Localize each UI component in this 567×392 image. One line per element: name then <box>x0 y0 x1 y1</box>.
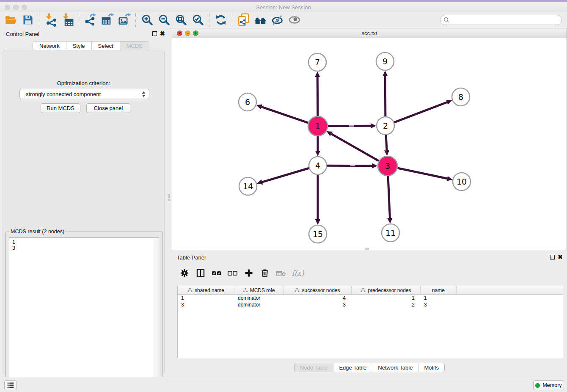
export-image-button[interactable] <box>116 13 133 27</box>
main-titlebar: Session: New Session <box>0 2 567 12</box>
mcds-tab-panel: Optimization criterion: strongly connect… <box>3 50 165 374</box>
graph-node-label-6: 6 <box>245 97 250 107</box>
column-header-MCDS-role[interactable]: MCDS role <box>234 286 284 294</box>
graph-edge-3-10[interactable] <box>397 168 447 179</box>
dropdown-value: strongly connected component <box>20 91 140 97</box>
main-toolbar <box>0 12 567 28</box>
graph-edge-3-1[interactable] <box>331 134 379 161</box>
zoom-out-icon <box>158 14 171 26</box>
table-row[interactable]: 3dominator323 <box>178 301 563 308</box>
add-column-button[interactable] <box>242 266 256 280</box>
tab-network[interactable]: Network <box>33 41 66 50</box>
import-network-icon <box>44 13 58 27</box>
checked-checkboxes-icon <box>211 268 222 278</box>
tab-select[interactable]: Select <box>91 41 120 50</box>
graph-node-label-7: 7 <box>315 58 320 67</box>
save-session-button[interactable] <box>19 13 36 27</box>
export-image-icon <box>118 13 131 27</box>
zoom-in-button[interactable] <box>139 13 156 27</box>
memory-button[interactable]: Memory <box>533 380 564 390</box>
zoom-out-button[interactable] <box>156 13 173 27</box>
canvas-splitter-handle[interactable] <box>365 248 369 250</box>
graph-edge-2-8[interactable] <box>394 102 447 122</box>
search-input[interactable] <box>440 15 562 25</box>
optimization-criterion-dropdown[interactable]: strongly connected component <box>19 89 149 99</box>
control-panel-header: Control Panel ✖ <box>0 28 167 40</box>
mcds-result-textarea[interactable]: 1 3 <box>9 237 159 390</box>
tab-motifs[interactable]: Motifs <box>418 363 444 372</box>
import-table-button[interactable] <box>59 13 76 27</box>
column-header-name[interactable]: name <box>421 286 457 294</box>
toolbar-separator <box>39 13 40 27</box>
refresh-arrows-icon <box>215 14 227 26</box>
table-options-button[interactable] <box>177 266 192 280</box>
graph-edge-1-6[interactable] <box>261 107 308 123</box>
graph-node-label-3: 3 <box>385 161 390 171</box>
graph-edge-arrowhead <box>371 123 376 128</box>
graph-edge-4-3[interactable] <box>327 166 372 166</box>
graph-node-label-14: 14 <box>243 182 253 191</box>
graph-edge-4-14[interactable] <box>262 168 309 182</box>
tab-edge-table[interactable]: Edge Table <box>333 363 372 372</box>
zoom-fit-button[interactable] <box>173 13 190 27</box>
toolbar-separator <box>79 13 80 27</box>
table-cell: 2 <box>352 301 421 308</box>
tab-style[interactable]: Style <box>66 41 91 50</box>
column-header-successor-nodes[interactable]: successor nodes <box>284 286 352 294</box>
float-panel-icon[interactable] <box>152 31 157 36</box>
tab-network-table[interactable]: Network Table <box>372 363 418 372</box>
hide-graphics-details-button[interactable] <box>269 13 286 27</box>
column-header-predecessor-nodes[interactable]: predecessor nodes <box>352 286 421 294</box>
float-table-panel-icon[interactable] <box>550 255 555 259</box>
two-houses-icon <box>253 14 268 26</box>
search-icon <box>443 17 449 23</box>
table-row[interactable]: 1dominator411 <box>178 295 563 301</box>
delete-columns-button[interactable] <box>258 266 272 280</box>
column-header-label: name <box>432 287 445 293</box>
graph-edge-1-7[interactable] <box>317 77 318 116</box>
graph-node-label-10: 10 <box>457 177 467 186</box>
graph-edge-2-3[interactable] <box>386 135 387 150</box>
save-floppy-icon <box>22 14 34 26</box>
network-overview-button[interactable] <box>252 13 269 27</box>
apply-layout-button[interactable] <box>212 13 229 27</box>
show-graphics-details-button[interactable] <box>286 13 303 27</box>
network-window-titlebar: ✕ − + scc.txt <box>172 28 567 38</box>
graph-edge-2-9[interactable] <box>385 76 385 116</box>
plus-icon <box>244 268 254 278</box>
export-table-button[interactable] <box>99 13 116 27</box>
close-panel-button[interactable]: Close panel <box>86 103 130 113</box>
import-network-button[interactable] <box>42 13 59 27</box>
open-file-button[interactable] <box>3 13 19 27</box>
column-header-shared-name[interactable]: shared name <box>178 286 234 294</box>
export-network-button[interactable] <box>82 13 99 27</box>
graph-edge-arrowhead <box>257 179 263 185</box>
tab-mcds[interactable]: MCDS <box>120 41 149 50</box>
deselect-all-columns-button[interactable] <box>226 266 240 280</box>
graph-edge-3-11[interactable] <box>388 176 390 218</box>
close-table-panel-icon[interactable]: ✖ <box>558 254 563 260</box>
task-history-button[interactable] <box>4 380 17 390</box>
graph-node-label-8: 8 <box>458 92 463 102</box>
table-cell: 1 <box>421 295 457 301</box>
result-scrollbar[interactable] <box>154 238 159 390</box>
panel-splitter-handle[interactable] <box>168 193 171 202</box>
split-panel-button[interactable] <box>193 266 208 280</box>
node-table-header: shared nameMCDS rolesuccessor nodesprede… <box>178 286 563 295</box>
zoom-selected-button[interactable] <box>190 13 206 27</box>
clone-network-button[interactable] <box>235 13 252 27</box>
graph-edge-arrowhead <box>315 72 320 77</box>
unchecked-checkboxes-icon <box>227 268 238 278</box>
network-canvas[interactable]: 7968124314101511 <box>172 38 567 250</box>
optimization-criterion-label: Optimization criterion: <box>3 80 164 86</box>
network-window-title: scc.txt <box>172 30 567 36</box>
close-panel-icon[interactable]: ✖ <box>160 30 165 36</box>
toolbar-separator <box>135 13 136 27</box>
zoom-in-icon <box>141 14 154 26</box>
graph-edge-arrowhead <box>256 105 262 110</box>
graph-node-label-9: 9 <box>383 57 388 66</box>
control-panel: Control Panel ✖ Network Style Select MCD… <box>0 28 167 377</box>
tab-node-table[interactable]: Node Table <box>295 363 333 372</box>
run-mcds-button[interactable]: Run MCDS <box>41 103 80 113</box>
select-all-columns-button[interactable] <box>209 266 224 280</box>
